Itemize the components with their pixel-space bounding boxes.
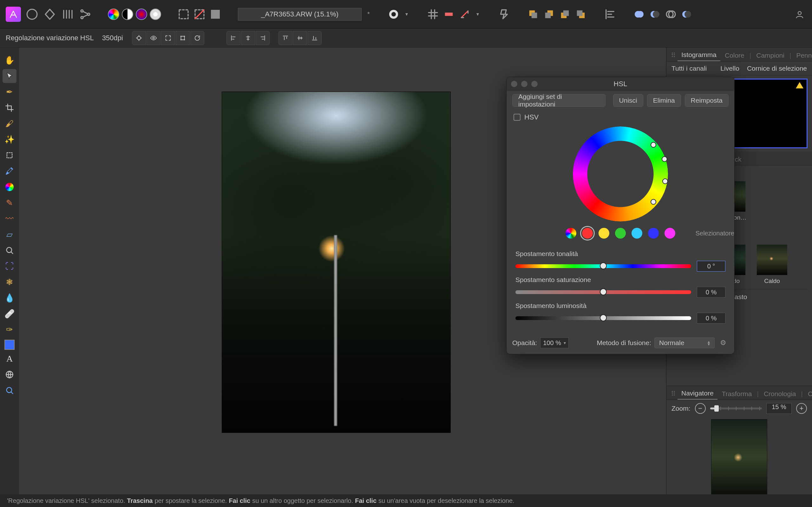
ctx-rotate-icon[interactable]: [190, 31, 204, 45]
hsl-swatch-magenta[interactable]: [664, 228, 675, 239]
marquee-tool-icon[interactable]: [3, 148, 16, 162]
lum-slider[interactable]: [515, 316, 691, 320]
picker-label[interactable]: Selezionatore: [696, 230, 734, 237]
zoom-in-button[interactable]: +: [796, 403, 807, 414]
preset-warm[interactable]: Caldo: [755, 245, 790, 285]
zoom-slider[interactable]: [710, 407, 762, 409]
assist-icon[interactable]: [458, 8, 471, 21]
hue-value-input[interactable]: 0 °: [697, 261, 725, 272]
boolean-xor-icon[interactable]: [680, 8, 693, 21]
adjust-bw-icon[interactable]: [122, 9, 133, 20]
zoom-blur-tool-icon[interactable]: [3, 243, 16, 257]
arrange-front-icon[interactable]: [526, 8, 540, 21]
view-mode-icon[interactable]: [387, 8, 400, 21]
assist-dropdown[interactable]: ▾: [474, 8, 481, 21]
tab-history[interactable]: Cronologia: [760, 388, 800, 400]
selection-clear-icon[interactable]: [193, 8, 206, 21]
ctx-bounds-icon[interactable]: [176, 31, 190, 45]
ctx-eye-icon[interactable]: [147, 31, 160, 45]
ctx-fit-icon[interactable]: [161, 31, 175, 45]
persona-photo-icon[interactable]: [26, 8, 39, 21]
crop-tool-icon[interactable]: [3, 101, 16, 115]
lum-value-input[interactable]: 0 %: [697, 313, 725, 324]
spray-tool-icon[interactable]: ❃: [3, 275, 16, 289]
mesh-tool-icon[interactable]: [3, 368, 16, 382]
smudge-tool-icon[interactable]: 〰: [3, 212, 16, 226]
hsl-merge-button[interactable]: Unisci: [613, 94, 643, 107]
adjust-soft-icon[interactable]: [150, 9, 161, 20]
view-mode-dropdown[interactable]: ▾: [403, 8, 410, 21]
brush-tool-icon[interactable]: 🖌: [3, 117, 16, 130]
hand-tool-icon[interactable]: ✋: [3, 53, 16, 67]
align-v-top-icon[interactable]: [278, 31, 293, 45]
tab-samples[interactable]: Campioni: [752, 49, 788, 61]
move-tool-icon[interactable]: [3, 69, 16, 83]
blend-mode-select[interactable]: Normale ▴▾: [654, 337, 715, 348]
tab-brushes[interactable]: Pennelli: [792, 49, 812, 61]
tab-channels[interactable]: Canali: [804, 388, 812, 400]
grid-icon[interactable]: [426, 8, 440, 21]
opacity-input[interactable]: 100 %: [540, 337, 569, 348]
align-v-bottom-icon[interactable]: [308, 31, 322, 45]
align-h-left-icon[interactable]: [226, 31, 241, 45]
pen-tool-icon[interactable]: ✑: [3, 323, 16, 337]
hist-all-channels[interactable]: Tutti i canali: [671, 65, 707, 72]
healing-tool-icon[interactable]: 🩹: [3, 307, 16, 321]
navigator-preview[interactable]: [711, 419, 767, 502]
pencil-tool-icon[interactable]: ✎: [3, 196, 16, 210]
hsl-dialog[interactable]: HSL Aggiungi set di impostazioni Unisci …: [506, 77, 734, 354]
blur-tool-icon[interactable]: 💧: [3, 291, 16, 305]
document-image[interactable]: [222, 92, 450, 433]
tab-navigator[interactable]: Navigatore: [677, 387, 717, 400]
zoom-value[interactable]: 15 %: [766, 403, 792, 414]
hue-handle-3[interactable]: [662, 178, 668, 184]
persona-develop-icon[interactable]: [61, 8, 74, 21]
hsl-swatch-blue[interactable]: [648, 228, 659, 239]
color-picker-tool-icon[interactable]: ✒: [3, 85, 16, 99]
hsl-settings-icon[interactable]: ⚙: [718, 337, 728, 348]
arrange-backward-icon[interactable]: [558, 8, 571, 21]
arrange-forward-icon[interactable]: [542, 8, 556, 21]
stamp-tool-icon[interactable]: ⛶: [3, 259, 16, 273]
hue-handle-2[interactable]: [662, 156, 667, 162]
align-left-icon[interactable]: [603, 8, 617, 21]
arrange-back-icon[interactable]: [574, 8, 588, 21]
hsl-swatch-green[interactable]: [615, 228, 626, 239]
boolean-inter-icon[interactable]: [664, 8, 677, 21]
hist-marquee[interactable]: Cornice di selezione: [747, 65, 807, 72]
hist-layer[interactable]: Livello: [720, 65, 740, 72]
sat-value-input[interactable]: 0 %: [697, 287, 725, 297]
hsl-delete-button[interactable]: Elimina: [647, 94, 681, 107]
account-icon[interactable]: [793, 8, 806, 21]
text-tool-icon[interactable]: A: [3, 352, 16, 366]
persona-export-icon[interactable]: [79, 8, 92, 21]
boolean-add-icon[interactable]: [632, 8, 646, 21]
boolean-sub-icon[interactable]: [648, 8, 662, 21]
flood-select-tool-icon[interactable]: 🖍: [3, 164, 16, 178]
panel-drag-icon[interactable]: ⠿: [670, 49, 677, 61]
document-title[interactable]: _A7R3653.ARW (15.1%): [238, 8, 362, 20]
hue-slider[interactable]: [515, 264, 691, 268]
hue-wheel[interactable]: [573, 126, 668, 222]
hsl-titlebar[interactable]: HSL: [507, 77, 734, 91]
hue-handle-4[interactable]: [651, 199, 656, 205]
zoom-tool-icon[interactable]: [3, 383, 16, 397]
fx-brush-tool-icon[interactable]: ✨: [3, 132, 16, 147]
sat-slider[interactable]: [515, 290, 691, 294]
quick-mask-icon[interactable]: [209, 8, 222, 21]
selection-rect-icon[interactable]: [177, 8, 190, 21]
eraser-tool-icon[interactable]: ▱: [3, 228, 16, 241]
hsl-swatch-red[interactable]: [582, 228, 593, 239]
ctx-target-icon[interactable]: [132, 31, 146, 45]
align-h-right-icon[interactable]: [256, 31, 270, 45]
paint-brush-tool-icon[interactable]: [3, 180, 16, 194]
tab-histogram[interactable]: Istogramma: [677, 49, 720, 61]
tab-transform[interactable]: Trasforma: [718, 388, 756, 400]
hsl-swatch-cyan[interactable]: [631, 228, 642, 239]
adjust-color-icon[interactable]: [136, 9, 147, 20]
align-v-middle-icon[interactable]: [293, 31, 307, 45]
align-h-center-icon[interactable]: [241, 31, 255, 45]
hsl-add-preset-button[interactable]: Aggiungi set di impostazioni: [512, 94, 606, 107]
adjust-wheel-icon[interactable]: [108, 9, 119, 20]
zoom-out-button[interactable]: −: [695, 403, 706, 414]
